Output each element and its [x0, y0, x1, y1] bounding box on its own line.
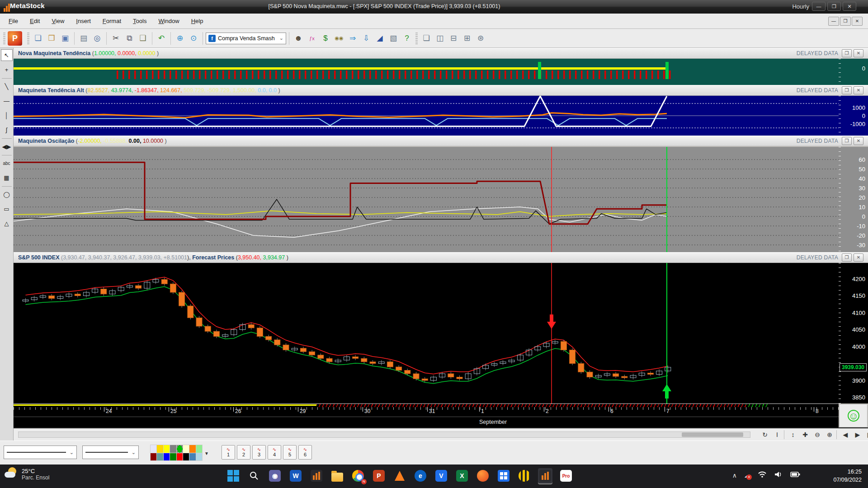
start-button[interactable] [226, 468, 241, 483]
triangle-tool[interactable]: △ [1, 217, 13, 229]
tile-vertical-icon[interactable]: ◫ [434, 32, 446, 45]
profit-pro-icon[interactable]: Pro [559, 468, 573, 483]
panel-restore-button[interactable]: ❐ [842, 137, 852, 145]
chart-panel-sp500[interactable]: 42004150410040504000390038503939.030 [14, 263, 868, 404]
color-swatch[interactable] [189, 445, 195, 453]
crosshair-icon[interactable]: ⊕ [174, 32, 186, 45]
onedrive-error-icon[interactable]: ☁✕ [744, 472, 750, 479]
refresh-icon[interactable]: ↻ [760, 430, 770, 440]
taskbar-clock[interactable]: 16:25 07/09/2022 [833, 468, 862, 484]
bee-icon[interactable] [517, 468, 532, 483]
bar-interval-icon[interactable]: I [772, 430, 783, 440]
color-swatch[interactable] [157, 453, 163, 461]
pointer-tool[interactable]: ↖ [1, 49, 13, 61]
color-swatch[interactable] [183, 453, 189, 461]
color-swatch[interactable] [196, 453, 202, 461]
volume-icon[interactable] [774, 471, 783, 479]
search-icon[interactable] [247, 468, 261, 483]
menu-help[interactable]: Help [185, 15, 209, 27]
file-explorer-icon[interactable] [330, 468, 344, 483]
copy-icon[interactable]: ⧉ [123, 32, 136, 45]
tile-grid-icon[interactable]: ⊞ [461, 32, 473, 45]
chart-layout-button-6[interactable]: ∿6 [298, 445, 312, 460]
panel-close-button[interactable]: ✕ [854, 49, 863, 57]
scroll-arrows-tool[interactable]: ◀▶ [1, 141, 13, 152]
new-chart-icon[interactable]: ❏ [32, 32, 44, 45]
minimize-button[interactable]: — [812, 2, 826, 11]
panel-restore-button[interactable]: ❐ [842, 253, 852, 262]
context-help-icon[interactable]: ? [401, 32, 413, 45]
color-swatch[interactable] [177, 445, 183, 453]
powerpoint-icon[interactable]: P [372, 468, 386, 483]
color-swatch[interactable] [170, 453, 176, 461]
crosshair-tool[interactable]: + [1, 64, 13, 75]
metastock-icon[interactable] [309, 468, 324, 483]
trendline-tool[interactable]: ╲ [1, 80, 13, 92]
color-swatch[interactable] [170, 445, 176, 453]
forecaster-icon[interactable]: ⇒ [346, 32, 359, 45]
excel-icon[interactable]: X [455, 468, 469, 483]
menu-view[interactable]: View [46, 15, 70, 27]
mdi-close-button[interactable]: ✕ [852, 17, 863, 26]
horizontal-line-tool[interactable]: — [1, 95, 13, 107]
ellipse-tool[interactable]: ◯ [1, 188, 13, 200]
menu-insert[interactable]: Insert [70, 15, 97, 27]
orange-browser-icon[interactable] [476, 468, 490, 483]
vlc-icon[interactable] [392, 468, 407, 483]
print-icon[interactable]: ▤ [77, 32, 90, 45]
color-swatch[interactable] [189, 453, 195, 461]
horizontal-scrollbar[interactable] [18, 432, 750, 438]
chart-panel-tendencia[interactable]: 0 [14, 59, 868, 85]
chrome-icon[interactable]: N [351, 468, 365, 483]
p3c-plot-area[interactable] [14, 147, 839, 252]
p2c-plot-area[interactable] [14, 96, 839, 136]
line-weight-combo[interactable]: ⌄ [82, 446, 139, 459]
expert-advisor-icon[interactable]: ☻ [292, 32, 305, 45]
zoom-out-icon[interactable]: ⊖ [812, 430, 823, 440]
scrollbar-thumb[interactable] [682, 432, 743, 437]
chart-layout-button-5[interactable]: ∿5 [283, 445, 297, 460]
tile-horizontal-icon[interactable]: ⊟ [447, 32, 460, 45]
line-style-combo[interactable]: ⌄ [4, 446, 77, 459]
microscope-scan-icon[interactable]: ◢ [373, 32, 386, 45]
data-window-icon[interactable]: ▤ [864, 430, 868, 440]
undo-icon[interactable]: ↶ [155, 32, 168, 45]
panel-restore-button[interactable]: ❐ [842, 86, 852, 94]
metastock-p-icon[interactable]: P [8, 31, 22, 46]
vertical-scale-icon[interactable]: ↕ [788, 430, 798, 440]
color-swatch[interactable] [164, 453, 170, 461]
panel-close-button[interactable]: ✕ [854, 253, 863, 262]
p1c-plot-area[interactable] [14, 59, 839, 85]
app-grid-icon[interactable] [496, 468, 511, 483]
word-icon[interactable]: W [288, 468, 303, 483]
open-file-icon[interactable]: ❒ [45, 32, 58, 45]
menu-edit[interactable]: Edit [24, 15, 46, 27]
panel-close-button[interactable]: ✕ [854, 137, 863, 145]
downloader-icon[interactable]: ⇩ [360, 32, 373, 45]
page-left-icon[interactable]: ◀ [840, 430, 851, 440]
pan-icon[interactable]: ✚ [800, 430, 811, 440]
vertical-line-tool[interactable]: │ [1, 109, 13, 121]
rectangle-tool[interactable]: ▭ [1, 203, 13, 215]
edge-icon[interactable]: e [413, 468, 428, 483]
chart-panel-tendencia-alt[interactable]: 10000-1000 [14, 96, 868, 136]
cascade-windows-icon[interactable]: ❏ [420, 32, 433, 45]
save-icon[interactable]: ▣ [59, 32, 71, 45]
chart-panel-oscilacao[interactable]: 6050403020100-10-20-30 [14, 147, 868, 252]
weather-widget[interactable]: 25°C Parc. Ensol [5, 467, 49, 481]
tray-expand-icon[interactable]: ∧ [732, 472, 737, 479]
semilog-tool[interactable]: ∫ [1, 124, 13, 136]
palette-dropdown-icon[interactable]: ▼ [204, 451, 209, 456]
print-preview-icon[interactable]: ◎ [91, 32, 104, 45]
close-button[interactable]: ✕ [843, 2, 856, 11]
text-tool[interactable]: abc [1, 157, 13, 169]
chat-icon[interactable]: ◉ [268, 468, 282, 483]
indicator-builder-icon[interactable]: ƒx [306, 32, 318, 45]
zoom-in-icon[interactable]: ⊕ [824, 430, 835, 440]
metastock-active-icon[interactable] [538, 468, 552, 483]
p4c-plot-area[interactable] [14, 263, 839, 404]
doc-preview-icon[interactable]: ▧ [387, 32, 400, 45]
wifi-icon[interactable] [758, 471, 767, 479]
color-swatch[interactable] [151, 445, 156, 453]
page-right-icon[interactable]: ▶ [852, 430, 863, 440]
